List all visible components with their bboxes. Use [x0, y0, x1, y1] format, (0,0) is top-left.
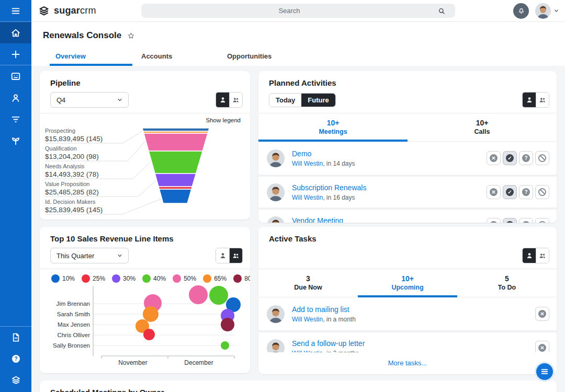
- user-menu[interactable]: [535, 3, 560, 19]
- question-action-button[interactable]: ?: [519, 151, 533, 165]
- bubble-jim-brennan[interactable]: [209, 286, 228, 305]
- ban-action-button[interactable]: [535, 151, 549, 165]
- search-input[interactable]: [141, 7, 437, 15]
- bubble-chris-olliver[interactable]: [143, 329, 155, 340]
- check-action-button[interactable]: ✓: [503, 218, 517, 223]
- sidebar-item-document[interactable]: [0, 327, 31, 348]
- funnel-segment-5[interactable]: [159, 187, 192, 189]
- chevron-down-icon: [553, 7, 560, 14]
- floating-menu-button[interactable]: [535, 362, 555, 382]
- ban-action-button[interactable]: [535, 185, 549, 199]
- sidebar-item-menu[interactable]: [0, 0, 31, 21]
- legend-dot: [82, 274, 90, 283]
- owner-link[interactable]: Will Westin: [292, 316, 323, 323]
- task-item-subtext: Will Westin, in a month: [292, 315, 535, 324]
- legend-item-40%[interactable]: 40%: [142, 274, 166, 283]
- console-content: Renewals Console OverviewAccountsOpportu…: [31, 22, 565, 392]
- legend-item-10%[interactable]: 10%: [51, 274, 75, 283]
- sidebar-item-plus[interactable]: [0, 43, 31, 65]
- active-tasks-user-view-button[interactable]: [523, 248, 536, 263]
- page-title: Renewals Console: [43, 30, 121, 41]
- close-action-button[interactable]: ✕: [535, 307, 549, 321]
- favorite-star-icon[interactable]: [127, 31, 135, 40]
- tasks-tab-to-do[interactable]: 5To Do: [457, 269, 557, 297]
- ban-icon: [538, 154, 546, 162]
- group-icon: [232, 251, 240, 260]
- toggle-future[interactable]: Future: [301, 94, 335, 107]
- active-tasks-group-view-button[interactable]: [536, 248, 549, 263]
- funnel-segment-6[interactable]: [160, 189, 191, 203]
- funnel-segment-2[interactable]: [144, 133, 208, 151]
- task-item-title[interactable]: Add to mailing list: [292, 305, 535, 315]
- avatar: [535, 3, 551, 19]
- sidebar-item-sprout[interactable]: [0, 130, 31, 151]
- layers-icon: [10, 375, 21, 386]
- sidebar-item-contacts[interactable]: [0, 87, 31, 108]
- task-item-title[interactable]: Send a follow-up letter: [292, 339, 535, 349]
- meeting-item-title[interactable]: Demo: [292, 149, 487, 159]
- sidebar-item-home[interactable]: [0, 22, 31, 43]
- close-icon: ✕: [490, 221, 498, 223]
- sales-revenue-group-view-button[interactable]: [229, 248, 242, 263]
- tasks-tab-upcoming[interactable]: 10+Upcoming: [358, 269, 457, 297]
- planned-tab-meetings[interactable]: 10+Meetings: [258, 113, 408, 141]
- sales-revenue-period-select[interactable]: This Quarter: [50, 248, 129, 263]
- sidebar-item-layers[interactable]: [0, 370, 31, 391]
- tab-opportunities[interactable]: Opportunities: [227, 52, 313, 66]
- search-icon[interactable]: [437, 7, 450, 15]
- check-action-button[interactable]: ✓: [503, 185, 517, 199]
- avatar: [267, 183, 285, 201]
- legend-item-30%[interactable]: 30%: [112, 274, 135, 283]
- check-action-button[interactable]: ✓: [503, 151, 517, 165]
- funnel-segment-4[interactable]: [155, 174, 196, 187]
- sales-revenue-user-view-button[interactable]: [216, 248, 229, 263]
- row-actions: ✕✓?: [487, 185, 549, 199]
- ban-action-button[interactable]: [535, 218, 549, 223]
- pipeline-group-view-button[interactable]: [229, 93, 242, 107]
- today-future-toggle: TodayFuture: [269, 93, 336, 107]
- toggle-today[interactable]: Today: [269, 94, 301, 107]
- funnel-segment-0[interactable]: [142, 128, 209, 131]
- more-tasks-link[interactable]: More tasks...: [258, 352, 557, 374]
- funnel-segment-3[interactable]: [149, 151, 202, 174]
- meeting-list-item: DemoWill Westin, in 14 days✕✓?: [258, 142, 557, 175]
- question-action-button[interactable]: ?: [519, 185, 533, 199]
- planned-tab-calls[interactable]: 10+Calls: [408, 113, 557, 141]
- pipeline-period-select[interactable]: Q4: [50, 92, 129, 108]
- svg-text:?: ?: [14, 355, 17, 362]
- close-action-button[interactable]: ✕: [487, 218, 501, 223]
- owner-link[interactable]: Will Westin: [292, 160, 323, 167]
- question-action-button[interactable]: ?: [519, 218, 533, 223]
- show-legend-link[interactable]: Show legend: [40, 113, 250, 123]
- sidebar-item-module[interactable]: [0, 65, 31, 87]
- user-icon: [525, 251, 534, 260]
- sidebar-item-filter[interactable]: [0, 108, 31, 130]
- owner-link[interactable]: Will Westin: [292, 194, 323, 201]
- top-bar: sugarcrm: [31, 0, 565, 22]
- legend-item-50%[interactable]: 50%: [173, 274, 196, 283]
- legend-item-80%[interactable]: 80%: [233, 274, 250, 283]
- bubble-jim-brennan[interactable]: [189, 285, 208, 304]
- sidebar-item-help[interactable]: ?: [0, 348, 31, 370]
- meeting-item-title[interactable]: Vendor Meeting: [292, 216, 487, 223]
- bubble-sarah-smith[interactable]: [143, 306, 159, 322]
- planned-activities-group-view-button[interactable]: [536, 93, 549, 107]
- legend-item-25%[interactable]: 25%: [82, 274, 105, 283]
- tab-accounts[interactable]: Accounts: [141, 52, 227, 66]
- pipeline-user-view-button[interactable]: [216, 93, 229, 107]
- console-tabs: OverviewAccountsOpportunities: [55, 52, 313, 66]
- avatar-photo: [267, 305, 285, 323]
- close-action-button[interactable]: ✕: [487, 151, 501, 165]
- tasks-tab-due-now[interactable]: 3Due Now: [258, 269, 358, 297]
- tab-overview[interactable]: Overview: [55, 52, 141, 66]
- active-tasks-title: Active Tasks: [258, 227, 557, 243]
- close-action-button[interactable]: ✕: [487, 185, 501, 199]
- layers-icon: [38, 5, 50, 17]
- planned-activities-user-view-button[interactable]: [523, 93, 536, 107]
- bubble-max-jensen[interactable]: [221, 318, 234, 331]
- notifications-button[interactable]: [513, 3, 529, 19]
- meeting-item-title[interactable]: Subscription Renewals: [292, 183, 487, 193]
- bubble-sally-bronsen[interactable]: [221, 341, 229, 350]
- sugarcrm-logo[interactable]: sugarcrm: [38, 5, 96, 17]
- legend-item-65%[interactable]: 65%: [203, 274, 227, 283]
